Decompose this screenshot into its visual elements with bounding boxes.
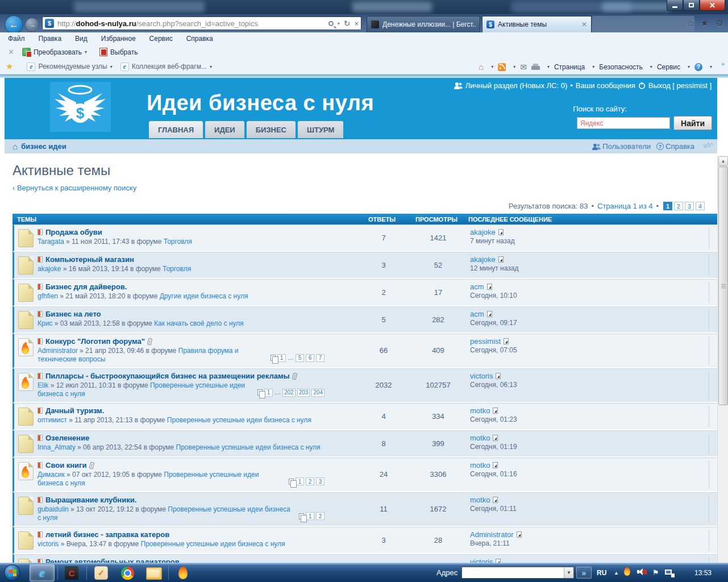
last-post-icon[interactable]	[487, 284, 492, 290]
mini-page-link[interactable]: 202	[282, 389, 296, 397]
add-favorite-icon[interactable]: ★	[6, 61, 13, 72]
author-link[interactable]: gfhfien	[38, 292, 58, 300]
last-post-author[interactable]: motko	[470, 406, 490, 415]
topic-title-link[interactable]: летний бизнес - заправка катеров	[45, 530, 169, 539]
vertical-scrollbar[interactable]: ▲ ▼	[717, 156, 728, 563]
last-post-author[interactable]: pessimist	[470, 337, 501, 346]
last-post-icon[interactable]	[517, 531, 522, 538]
last-post-icon[interactable]	[493, 497, 498, 503]
chevron-down-icon[interactable]: ▾	[650, 64, 652, 69]
chevron-down-icon[interactable]: ▾	[547, 64, 550, 69]
taskbar-app-button-2[interactable]: ✓	[89, 564, 114, 581]
last-post-icon[interactable]	[496, 559, 501, 563]
topic-title-link[interactable]: Бизнес на лето	[45, 310, 101, 318]
topic-title-link[interactable]: Дачный туризм.	[45, 406, 104, 415]
forum-link[interactable]: Другие идеи бизнеса с нуля	[160, 292, 248, 300]
topic-title-link[interactable]: Компьютерный магазин	[45, 255, 134, 264]
home-icon[interactable]: ⌂	[479, 62, 484, 72]
taskbar-app-button-1[interactable]: C	[59, 564, 84, 581]
last-post-author[interactable]: motko	[470, 496, 490, 504]
forward-button[interactable]: →	[25, 18, 39, 32]
address-bar[interactable]: $ http://dohod-s-nulya.ru/search.php?sea…	[42, 16, 361, 30]
last-post-author[interactable]: victoris	[470, 558, 493, 563]
taskbar-chrome-button[interactable]	[115, 564, 140, 581]
last-post-icon[interactable]	[504, 338, 509, 344]
back-button[interactable]: ←	[5, 15, 23, 34]
rss-icon[interactable]	[498, 63, 506, 71]
network-icon[interactable]	[665, 569, 675, 577]
volume-muted-icon[interactable]	[637, 567, 647, 576]
last-post-author[interactable]: akajoke	[470, 228, 496, 236]
last-post-icon[interactable]	[493, 435, 498, 441]
minimize-button[interactable]	[667, 0, 683, 11]
refresh-icon[interactable]: ↻	[344, 19, 351, 28]
chevron-down-icon[interactable]: ▾	[592, 64, 594, 69]
forum-link[interactable]: Торговля	[163, 265, 191, 273]
mini-page-link[interactable]: 1	[264, 389, 273, 397]
taskbar-clock[interactable]: 13:53	[694, 569, 712, 577]
last-post-author[interactable]: akajoke	[470, 255, 496, 264]
last-post-icon[interactable]	[493, 462, 498, 468]
chevron-down-icon[interactable]: ▼	[564, 567, 573, 578]
author-link[interactable]: akajoke	[38, 265, 61, 273]
tab-close-icon[interactable]: ✕	[581, 20, 587, 28]
topic-title-link[interactable]: Выращивание клубники.	[45, 496, 136, 504]
mini-page-link[interactable]: 2	[306, 477, 314, 485]
pagination-page-3[interactable]: 3	[685, 202, 694, 210]
safety-menu-button[interactable]: Безопасность	[599, 63, 643, 71]
site-search-button[interactable]: Найти	[673, 116, 712, 130]
last-post-icon[interactable]	[496, 373, 501, 379]
mail-icon[interactable]: ✉	[520, 63, 527, 72]
forum-link[interactable]: Как начать своё дело с нуля	[154, 319, 244, 327]
last-post-author[interactable]: motko	[470, 434, 490, 442]
last-post-icon[interactable]	[487, 311, 492, 317]
language-indicator[interactable]: RU	[597, 569, 606, 577]
taskbar-ie-button[interactable]: e	[30, 564, 55, 581]
start-button[interactable]	[4, 564, 20, 581]
chevron-down-icon[interactable]: ▾	[210, 64, 212, 69]
pagination-page-1[interactable]: 1	[663, 202, 672, 210]
tools-menu-button[interactable]: Сервис	[657, 63, 680, 71]
menu-item-Сервис[interactable]: Сервис	[149, 35, 173, 43]
mini-page-link[interactable]: 2	[316, 512, 325, 520]
topic-title-link[interactable]: Бизнес для дайверов.	[45, 282, 127, 291]
author-link[interactable]: Irina_Almaty	[38, 443, 76, 451]
maximize-button[interactable]	[683, 0, 700, 11]
chevron-down-icon[interactable]: ▾	[491, 64, 493, 69]
mini-page-link[interactable]: 5	[296, 354, 304, 362]
address-toolbar-input[interactable]: ▼	[461, 567, 574, 579]
site-nav-tab-БИЗНЕС[interactable]: БИЗНЕС	[247, 121, 296, 138]
author-link[interactable]: Taragata	[38, 238, 64, 246]
topic-title-link[interactable]: Продажа обуви	[45, 228, 102, 236]
scrollbar-up-icon[interactable]: ▲	[718, 156, 728, 166]
last-post-author[interactable]: acm	[470, 310, 484, 318]
taskbar-app-button-3[interactable]	[170, 564, 195, 581]
author-link[interactable]: Elik	[38, 381, 48, 389]
forum-link[interactable]: Проверенные успешные идеи бизнеса с нуля	[176, 443, 321, 451]
site-nav-tab-ШТУРМ[interactable]: ШТУРМ	[298, 121, 343, 138]
favorites-star-icon[interactable]: ★	[701, 18, 708, 28]
author-link[interactable]: victoris	[38, 540, 59, 548]
mini-page-link[interactable]: 203	[297, 389, 310, 397]
mini-page-link[interactable]: 7	[316, 354, 325, 362]
printer-icon[interactable]	[531, 66, 540, 70]
forum-link[interactable]: Проверенные успешные идеи бизнеса с нуля	[167, 416, 311, 424]
forum-link[interactable]: Торговля	[164, 238, 192, 246]
topic-title-link[interactable]: Ремонт автомобильных радиаторов	[45, 558, 180, 563]
menu-item-Вид[interactable]: Вид	[75, 35, 88, 43]
topic-title-link[interactable]: Пилларсы - быстроокупающийся бизнес на р…	[45, 372, 290, 380]
browser-tab-active[interactable]: $ Активные темы ✕	[482, 16, 592, 32]
mini-page-link[interactable]: 3	[316, 477, 325, 485]
scrollbar-thumb[interactable]	[718, 167, 728, 405]
author-link[interactable]: Крис	[38, 319, 52, 327]
last-post-icon[interactable]	[493, 408, 498, 414]
site-nav-tab-ИДЕИ[interactable]: ИДЕИ	[205, 121, 244, 138]
topic-title-link[interactable]: Свои книги	[45, 461, 87, 469]
personal-section-link[interactable]: Личный раздел (Новых ЛС: 0)	[465, 81, 568, 90]
new-tab-area[interactable]	[592, 16, 694, 32]
your-messages-link[interactable]: Ваши сообщения	[576, 81, 635, 90]
close-button[interactable]: ✕	[700, 0, 725, 11]
last-post-author[interactable]: victoris	[470, 372, 493, 380]
site-nav-tab-ГЛАВНАЯ[interactable]: ГЛАВНАЯ	[149, 121, 203, 138]
search-dropdown-icon[interactable]: ▾	[338, 21, 340, 26]
